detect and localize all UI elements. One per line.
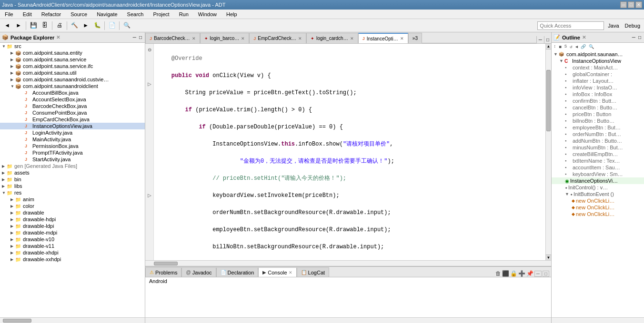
- outline-initControl[interactable]: ⬥ InitControl() : v…: [552, 184, 644, 191]
- vscroll-down-btn[interactable]: ▼: [546, 254, 551, 260]
- tree-src[interactable]: ▼ 📁 src: [0, 43, 145, 49]
- tree-EmpCardCheckBox[interactable]: J EmpCardCheckBox.java: [0, 116, 145, 123]
- java-perspective-btn[interactable]: Java: [606, 23, 621, 29]
- vscroll-up-btn[interactable]: ▲: [546, 44, 551, 49]
- outline-max-btn[interactable]: □: [637, 34, 642, 40]
- tree-res[interactable]: ▼ 📁 res: [0, 189, 145, 196]
- menu-window[interactable]: Window: [195, 10, 220, 18]
- tree-LoginActivity[interactable]: J LoginActivity.java: [0, 129, 145, 136]
- btab-declaration[interactable]: 📄 Declaration: [216, 267, 259, 277]
- tree-ConsumePointBox[interactable]: J ConsumePointBox.java: [0, 109, 145, 116]
- outline-context[interactable]: ▪ context : MainAct…: [552, 64, 644, 71]
- outline-inflater[interactable]: ▪ inflater : Layout…: [552, 78, 644, 84]
- tree-BarcodeCheckBox[interactable]: J BarcodeCheckBox.java: [0, 103, 145, 109]
- outline-hide-fields-btn[interactable]: ◼: [558, 44, 562, 50]
- console-scroll-lock-btn[interactable]: 🔒: [510, 270, 517, 277]
- toolbar-save[interactable]: 💾: [28, 20, 39, 31]
- tree-pkg-service-ifc[interactable]: ▶ 📦 com.aidpoint.sauna.service.ifc: [0, 63, 145, 69]
- toolbar-save-all[interactable]: 🗄: [40, 20, 50, 31]
- tree-drawable-xxhdpi[interactable]: ▶ 📁 drawable-xxhdpi: [0, 256, 145, 263]
- outline-infoView[interactable]: ▪ infoView : InstaO…: [552, 84, 644, 91]
- editor-minimize-btn[interactable]: ─: [536, 36, 544, 43]
- outline-collapse-btn[interactable]: ◀: [574, 44, 579, 50]
- menu-run[interactable]: Run: [176, 10, 191, 18]
- console-pin-btn[interactable]: 📌: [526, 270, 533, 277]
- tab-login-barco[interactable]: ✦ login_barco… ✕: [200, 33, 250, 43]
- outline-priceBtn[interactable]: ▪ priceBtn : Button: [552, 111, 644, 117]
- outline-employeeBtn[interactable]: ▪ employeeBtn : But…: [552, 124, 644, 131]
- outline-link-btn[interactable]: 🔗: [580, 44, 587, 50]
- tree-drawable-ldpi[interactable]: ▶ 📁 drawable-ldpi: [0, 223, 145, 229]
- menu-project[interactable]: Project: [150, 10, 172, 18]
- toolbar-forward[interactable]: ▶: [13, 20, 24, 31]
- menu-file[interactable]: File: [2, 10, 16, 18]
- outline-infoBox[interactable]: ▪ infoBox : InfoBox: [552, 91, 644, 98]
- toolbar-search[interactable]: 🔍: [121, 20, 132, 31]
- tab-close-btn[interactable]: ✕: [241, 36, 245, 41]
- tree-anim[interactable]: ▶ 📁 anim: [0, 196, 145, 203]
- tree-bin[interactable]: ▶ 📁 bin: [0, 176, 145, 183]
- editor-maximize-btn[interactable]: □: [544, 36, 551, 43]
- tab-empcard[interactable]: J EmpCardCheck… ✕: [249, 33, 306, 43]
- btab-logcat[interactable]: 📋 LogCat: [297, 267, 329, 277]
- tree-pkg-service[interactable]: ▶ 📦 com.aidpoint.sauna.service: [0, 56, 145, 63]
- tab-instanceoptions[interactable]: J InstanceOpti… ✕: [358, 33, 408, 43]
- toolbar-print[interactable]: 🖨: [54, 20, 65, 31]
- toolbar-back[interactable]: ◀: [2, 20, 12, 31]
- bottom-hscroll[interactable]: [145, 317, 551, 323]
- editor-vscroll[interactable]: ▲ ▼: [545, 44, 551, 260]
- menu-help[interactable]: Help: [223, 10, 240, 18]
- tree-drawable-hdpi[interactable]: ▶ 📁 drawable-hdpi: [0, 216, 145, 223]
- outline-cancelBtn[interactable]: ▪ cancelBtn : Butto…: [552, 104, 644, 111]
- console-stop-btn[interactable]: ⬛: [502, 270, 509, 277]
- outline-sync-btn[interactable]: ↺: [569, 44, 573, 50]
- fold-btn[interactable]: ▷: [145, 80, 153, 88]
- tree-AccountBillBox[interactable]: J AccountBillBox.java: [0, 89, 145, 96]
- maximize-panel-btn[interactable]: □: [138, 34, 143, 40]
- tab-close-btn[interactable]: ✕: [192, 36, 196, 41]
- tree-pkg-entity[interactable]: ▶ 📦 com.aidpoint.sauna.entity: [0, 49, 145, 56]
- tree-libs[interactable]: ▶ 📁 libs: [0, 183, 145, 189]
- minimize-button[interactable]: ─: [620, 1, 627, 8]
- hscroll-thumb[interactable]: [154, 262, 178, 265]
- tree-drawable-xhdpi[interactable]: ▶ 📁 drawable-xhdpi: [0, 249, 145, 256]
- tree-color[interactable]: ▶ 📁 color: [0, 203, 145, 209]
- toolbar-debug[interactable]: 🐛: [92, 20, 102, 31]
- btab-javadoc[interactable]: @ Javadoc: [181, 267, 216, 277]
- tree-pkg-util[interactable]: ▶ 📦 com.aidpoint.sauna.util: [0, 69, 145, 76]
- tree-PermissionBox[interactable]: J PermissionBox.java: [0, 143, 145, 149]
- tree-assets[interactable]: ▶ 📁 assets: [0, 169, 145, 176]
- tab-barcodecheckbox[interactable]: J BarcodeCheck… ✕: [145, 33, 200, 43]
- fold-btn[interactable]: ⊖: [145, 46, 153, 54]
- editor-hscroll[interactable]: [145, 260, 551, 266]
- tree-drawable-v10[interactable]: ▶ 📁 drawable-v10: [0, 236, 145, 243]
- outline-package-node[interactable]: ▼ 📦 com.aidpoint.saunaan…: [552, 51, 644, 58]
- hscroll-thumb[interactable]: [3, 319, 31, 323]
- tree-drawable-mdpi[interactable]: ▶ 📁 drawable-mdpi: [0, 229, 145, 236]
- outline-minusNumBtn[interactable]: ▪ minusNumBtn : But…: [552, 144, 644, 151]
- outline-orderNumBtn[interactable]: ▪ orderNumBtn : But…: [552, 131, 644, 137]
- menu-edit[interactable]: Edit: [20, 10, 35, 18]
- tree-gen[interactable]: ▶ 📁 gen [Generated Java Files]: [0, 163, 145, 169]
- tab-close-btn[interactable]: ✕: [400, 36, 404, 41]
- tab-close-btn[interactable]: ✕: [350, 36, 354, 41]
- package-explorer-hscroll[interactable]: [0, 317, 145, 323]
- tab-overflow[interactable]: »3: [408, 33, 422, 43]
- outline-initButtonEvent[interactable]: ▼ ⬥ InitButtonEvent (): [552, 191, 644, 197]
- outline-billnoBtn[interactable]: ▪ billnoBtn : Butto…: [552, 117, 644, 124]
- minimize-panel-btn[interactable]: ─: [132, 34, 137, 40]
- outline-createBillEmpBtn[interactable]: ▪ createBillEmpBtn…: [552, 151, 644, 157]
- tree-AccountSelectBox[interactable]: J AccountSelectBox.java: [0, 96, 145, 103]
- tree-pkg-client[interactable]: ▼ 📦 com.aidpoint.saunaandroidclient: [0, 83, 145, 89]
- outline-confirmBtn[interactable]: ▪ confirmBtn : Butt…: [552, 98, 644, 104]
- outline-onclick2[interactable]: ◆ new OnClickLi…: [552, 204, 644, 211]
- tree-MainActivity[interactable]: J MainActivity.java: [0, 136, 145, 143]
- fold-btn[interactable]: ▷: [145, 191, 153, 200]
- tree-PromptTFActivity[interactable]: J PromptTFActivity.java: [0, 149, 145, 156]
- outline-hscroll[interactable]: [552, 317, 644, 323]
- outline-onclick3[interactable]: ◆ new OnClickLi…: [552, 211, 644, 217]
- quick-access-input[interactable]: [537, 21, 604, 30]
- toolbar-build[interactable]: 🔨: [69, 20, 80, 31]
- toolbar-new[interactable]: 📄: [107, 20, 117, 31]
- tree-drawable-v11[interactable]: ▶ 📁 drawable-v11: [0, 243, 145, 249]
